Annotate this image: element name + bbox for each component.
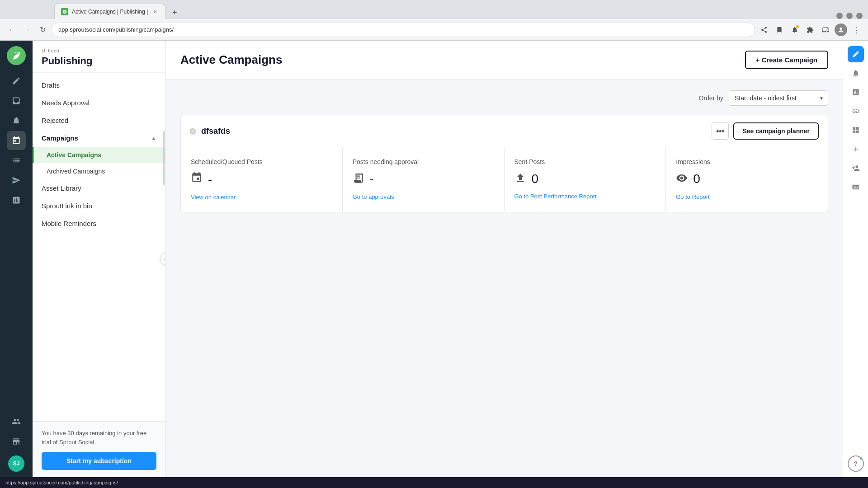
order-by-select[interactable]: Start date - oldest first Start date - n… (729, 90, 828, 106)
stat-value-row-sent: 0 (514, 172, 656, 186)
icon-bar-item-alerts[interactable] (7, 111, 26, 130)
icon-bar-item-publishing[interactable] (7, 131, 26, 150)
icon-bar-item-analytics[interactable] (7, 191, 26, 210)
sent-icon (514, 172, 526, 186)
icon-bar-item-send[interactable] (7, 171, 26, 190)
stat-card-approval: Posts needing approval - Go to approvals (343, 147, 505, 212)
right-action-notifications[interactable] (848, 65, 864, 81)
right-action-keyboard[interactable] (848, 179, 864, 195)
icon-bar-item-inbox[interactable] (7, 91, 26, 110)
close-btn[interactable] (856, 13, 863, 19)
forward-button[interactable]: → (21, 23, 33, 36)
stat-label-sent: Sent Posts (514, 158, 656, 165)
go-to-post-performance-link[interactable]: Go to Post Performance Report (514, 192, 656, 201)
order-by-select-wrapper: Start date - oldest first Start date - n… (729, 90, 828, 106)
user-avatar[interactable]: SJ (8, 455, 24, 472)
icon-bar-item-store[interactable] (7, 432, 26, 451)
stat-value-impressions: 0 (693, 172, 700, 186)
browser-chrome: Active Campaigns | Publishing | × + ← → … (0, 0, 868, 41)
right-action-user-add[interactable] (848, 160, 864, 176)
maximize-btn[interactable] (846, 13, 853, 19)
sidebar-item-archived-campaigns-label: Archived Campaigns (47, 168, 105, 175)
sidebar-item-needs-approval-label: Needs Approval (42, 99, 90, 107)
stat-value-approval: - (370, 172, 374, 186)
back-button[interactable]: ← (5, 23, 18, 36)
sidebar-breadcrumb[interactable]: UI Feed (42, 48, 156, 53)
icon-bar-item-compose[interactable] (7, 71, 26, 90)
campaign-actions-row: ••• See campaign planner (712, 122, 819, 140)
refresh-button[interactable]: ↻ (36, 23, 49, 36)
tab-favicon (61, 8, 68, 15)
new-tab-button[interactable]: + (168, 6, 181, 19)
campaign-more-button[interactable]: ••• (712, 122, 729, 140)
minimize-btn[interactable] (836, 13, 843, 19)
stat-value-scheduled: - (208, 172, 212, 187)
stat-value-sent: 0 (532, 172, 539, 186)
right-action-add[interactable] (848, 141, 864, 157)
stat-label-impressions: Impressions (676, 158, 818, 165)
browser-tabs-row: Active Campaigns | Publishing | × + (0, 0, 868, 19)
right-action-link[interactable] (848, 103, 864, 119)
app-logo[interactable] (7, 46, 26, 65)
app-layout: SJ UI Feed Publishing Drafts Needs Appro… (0, 41, 868, 477)
menu-button[interactable]: ⋮ (850, 23, 863, 36)
sidebar-item-needs-approval[interactable]: Needs Approval (33, 94, 165, 112)
address-bar[interactable]: app.sproutsocial.com/publishing/campaign… (52, 23, 755, 37)
create-campaign-button[interactable]: + Create Campaign (745, 51, 828, 69)
notification-button[interactable] (788, 23, 801, 36)
sidebar-item-mobile-reminders[interactable]: Mobile Reminders (33, 215, 165, 232)
stat-value-row-approval: - (353, 172, 494, 186)
profile-button[interactable] (835, 23, 847, 36)
share-button[interactable] (758, 23, 770, 36)
stat-card-scheduled: Scheduled/Queued Posts - View on calenda… (181, 147, 343, 212)
sidebar-item-drafts[interactable]: Drafts (33, 76, 165, 94)
start-subscription-button[interactable]: Start my subscription (42, 452, 156, 470)
sidebar-item-sproutlink-label: SproutLink in bio (42, 202, 92, 210)
stats-grid: Scheduled/Queued Posts - View on calenda… (181, 147, 828, 212)
campaign-name: dfsafds (201, 127, 230, 136)
order-by-label: Order by (699, 94, 723, 102)
bookmark-button[interactable] (773, 23, 786, 36)
stat-value-row-scheduled: - (191, 172, 332, 187)
right-action-grid[interactable] (848, 122, 864, 138)
browser-toolbar: ← → ↻ app.sproutsocial.com/publishing/ca… (0, 19, 868, 41)
sidebar-item-mobile-reminders-label: Mobile Reminders (42, 220, 96, 227)
campaign-title-row: dfsafds (190, 127, 230, 136)
address-bar-url: app.sproutsocial.com/publishing/campaign… (58, 26, 174, 33)
browser-tab-active[interactable]: Active Campaigns | Publishing | × (54, 4, 165, 19)
sidebar-footer: You have 30 days remaining in your free … (33, 421, 165, 477)
device-toggle-button[interactable] (819, 23, 832, 36)
campaigns-section-header[interactable]: Campaigns ▲ (33, 129, 165, 147)
tab-close-icon[interactable]: × (151, 8, 159, 15)
impressions-icon (676, 172, 688, 186)
sidebar-scrollbar (163, 131, 165, 185)
sidebar-item-sproutlink[interactable]: SproutLink in bio (33, 197, 165, 215)
sidebar-item-rejected-label: Rejected (42, 117, 68, 124)
icon-bar-item-groups[interactable] (7, 412, 26, 431)
campaign-card-header: dfsafds ••• See campaign planner (181, 115, 828, 147)
sidebar-header: UI Feed Publishing (33, 41, 165, 73)
view-on-calendar-link[interactable]: View on calendar (191, 194, 236, 201)
go-to-report-link[interactable]: Go to Report (676, 193, 709, 200)
icon-bar-item-list[interactable] (7, 151, 26, 170)
main-body: Order by Start date - oldest first Start… (166, 80, 843, 477)
sidebar: UI Feed Publishing Drafts Needs Approval… (33, 41, 166, 477)
right-action-bar: ? (843, 41, 868, 477)
order-by-bar: Order by Start date - oldest first Start… (180, 90, 828, 106)
sidebar-item-rejected[interactable]: Rejected (33, 112, 165, 129)
stat-card-sent: Sent Posts 0 Go to Post Performance Repo… (505, 147, 666, 212)
sidebar-item-asset-library-label: Asset Library (42, 184, 81, 192)
right-help-button[interactable]: ? (848, 455, 864, 472)
tab-title: Active Campaigns | Publishing | (72, 9, 148, 15)
right-action-edit[interactable] (848, 46, 864, 62)
go-to-approvals-link[interactable]: Go to approvals (353, 193, 394, 200)
sidebar-item-archived-campaigns[interactable]: Archived Campaigns (33, 163, 165, 179)
see-campaign-planner-button[interactable]: See campaign planner (733, 122, 819, 140)
sidebar-item-active-campaigns-label: Active Campaigns (47, 151, 101, 159)
stat-card-impressions: Impressions 0 Go to Report (666, 147, 828, 212)
campaign-status-dot (190, 128, 196, 134)
sidebar-item-active-campaigns[interactable]: Active Campaigns (33, 147, 165, 163)
right-action-analytics[interactable] (848, 84, 864, 100)
sidebar-item-asset-library[interactable]: Asset Library (33, 179, 165, 197)
extensions-button[interactable] (804, 23, 816, 36)
